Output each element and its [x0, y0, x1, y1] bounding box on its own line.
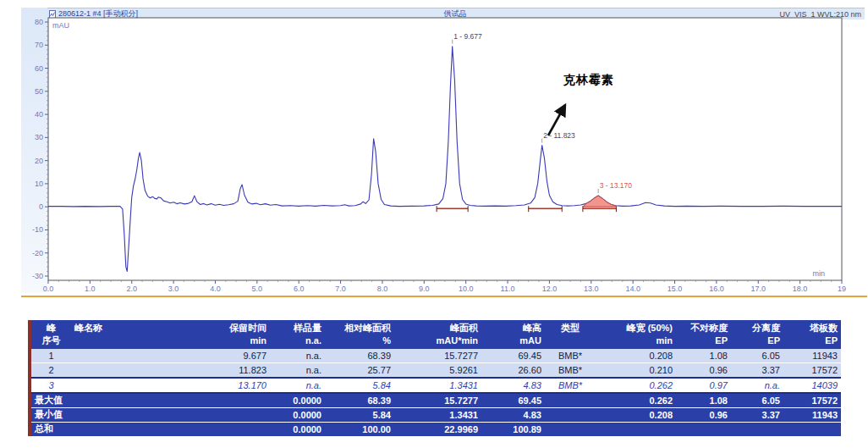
summary-row: 最小值0.00005.841.34314.830.2080.963.371194…	[31, 407, 841, 422]
peak-row[interactable]: 19.677n.a.68.3915.727769.45BMB*0.2081.08…	[31, 349, 841, 363]
column-header[interactable]: 保留时间min	[194, 320, 270, 349]
peak-cell: 26.60	[481, 362, 545, 378]
peak-cell: 11.823	[194, 362, 270, 378]
peak-cell: BMB*	[545, 378, 596, 393]
summary-cell: 0.0000	[270, 407, 325, 422]
summary-cell: 4.83	[481, 407, 545, 422]
summary-cell: 17572	[783, 393, 841, 408]
y-tick-label: -20	[32, 249, 43, 257]
peak-cell: 69.45	[481, 349, 545, 363]
column-header[interactable]: 相对峰面积%	[325, 320, 394, 349]
x-tick-label: 8.0	[377, 285, 388, 293]
column-header[interactable]: 类型	[545, 320, 596, 349]
summary-label: 总和	[31, 422, 194, 436]
column-header[interactable]: 峰宽 (50%)min	[596, 320, 676, 349]
peak-cell: 0.210	[596, 362, 676, 378]
chromatogram-plot[interactable]: -30-20-10010203040506070800.01.02.03.04.…	[0, 0, 868, 315]
summary-cell: 100.89	[481, 422, 545, 436]
peak-cell: 3	[31, 378, 71, 393]
summary-row: 最大值0.000068.3915.727769.450.2621.086.051…	[31, 393, 841, 408]
y-tick-label: 0	[39, 202, 43, 211]
x-tick-label: 1.0	[85, 285, 96, 293]
peak-cell: 11943	[783, 349, 841, 363]
summary-cell	[194, 393, 270, 408]
summary-cell	[194, 407, 270, 422]
summary-cell	[731, 422, 783, 436]
peak-cell: 0.96	[676, 362, 731, 378]
x-tick-label: 14.0	[625, 285, 640, 293]
x-tick-label: 12.0	[542, 285, 558, 293]
compound-annotation: 克林霉素	[563, 73, 614, 88]
summary-cell: 15.7277	[394, 393, 481, 408]
peak-cell: 25.77	[325, 362, 394, 378]
x-tick-label: 15.0	[667, 285, 683, 293]
column-header[interactable]: 峰名称	[71, 320, 194, 349]
peak-label[interactable]: 3 - 13.170	[600, 181, 633, 190]
x-tick-label: 7.0	[335, 285, 346, 293]
y-tick-label: -30	[32, 272, 43, 280]
x-tick-label: 13.0	[584, 285, 599, 293]
peak-cell	[71, 378, 194, 393]
x-tick-label: 6.0	[294, 285, 305, 293]
peak-cell: 0.262	[596, 378, 676, 393]
summary-cell: 69.45	[481, 393, 545, 408]
peak-cell: 15.7277	[394, 349, 481, 363]
summary-cell: 0.262	[596, 393, 676, 408]
summary-cell: 100.00	[325, 422, 394, 436]
column-header[interactable]: 峰序号	[31, 320, 71, 349]
peak-row[interactable]: 211.823n.a.25.775.926126.60BMB*0.2100.96…	[31, 362, 841, 378]
summary-cell: 22.9969	[394, 422, 481, 436]
peak-results-table-wrap: 峰序号峰名称 保留时间min样品量n.a.相对峰面积%峰面积mAU*min峰高m…	[28, 320, 841, 436]
peak-cell: 14039	[783, 378, 841, 393]
peak-row[interactable]: 313.170n.a.5.841.34314.83BMB*0.2620.97n.…	[31, 378, 841, 393]
y-tick-label: 50	[35, 87, 43, 96]
x-tick-label: 3.0	[168, 285, 179, 293]
peak-cell: 2	[31, 362, 71, 378]
y-tick-label: 20	[35, 157, 43, 165]
peak-cell: 68.39	[325, 349, 394, 363]
summary-cell: 1.3431	[394, 407, 481, 422]
x-tick-label: 17.0	[750, 285, 766, 293]
peak-cell: n.a.	[270, 378, 325, 393]
summary-cell	[596, 422, 676, 436]
summary-cell: 5.84	[325, 407, 394, 422]
summary-cell: 0.0000	[270, 422, 325, 436]
peak-cell: 5.84	[325, 378, 394, 393]
x-tick-label: 18.0	[793, 285, 808, 293]
peak-cell: 3.37	[731, 362, 783, 378]
y-tick-label: 40	[35, 110, 43, 119]
column-header[interactable]: 塔板数EP	[783, 320, 841, 349]
y-tick-label: 10	[35, 180, 43, 188]
column-header[interactable]: 峰面积mAU*min	[394, 320, 481, 349]
peak-cell: 1.3431	[394, 378, 481, 393]
x-tick-label: 10.0	[459, 285, 474, 293]
summary-cell	[783, 422, 841, 436]
peak-cell: n.a.	[270, 362, 325, 378]
plot-area[interactable]	[48, 18, 842, 280]
peak-cell: 0.97	[676, 378, 731, 393]
x-axis-unit-label: min	[812, 269, 825, 278]
peak-label[interactable]: 1 - 9.677	[453, 32, 482, 41]
x-tick-label: 4.0	[210, 285, 221, 293]
summary-cell	[545, 407, 596, 422]
column-header[interactable]: 样品量n.a.	[270, 320, 325, 349]
summary-cell: 0.0000	[270, 393, 325, 408]
peak-cell: 5.9261	[394, 362, 481, 378]
y-tick-label: 30	[35, 133, 43, 141]
table-header: 峰序号峰名称 保留时间min样品量n.a.相对峰面积%峰面积mAU*min峰高m…	[31, 320, 841, 349]
summary-cell: 6.05	[731, 393, 783, 408]
column-header[interactable]: 不对称度EP	[676, 320, 731, 349]
summary-cell: 1.08	[676, 393, 731, 408]
summary-cell: 11943	[783, 407, 841, 422]
column-header[interactable]: 峰高mAU	[481, 320, 545, 349]
summary-cell: 0.208	[596, 407, 676, 422]
peak-cell: 1.08	[676, 349, 731, 363]
peak-cell: 1	[31, 349, 71, 363]
x-tick-label: 19	[838, 285, 846, 293]
column-header[interactable]: 分离度EP	[731, 320, 783, 349]
peak-cell: 13.170	[194, 378, 270, 393]
x-tick-label: 5.0	[252, 285, 263, 293]
peak-cell: BMB*	[545, 349, 596, 363]
peak-cell	[71, 349, 194, 363]
y-tick-label: -10	[32, 225, 43, 234]
